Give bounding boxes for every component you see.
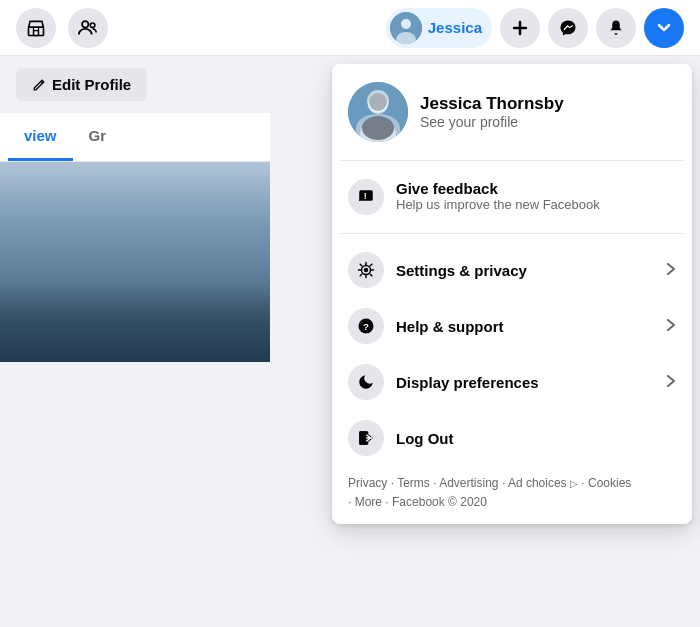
menu-item-feedback[interactable]: ! Give feedback Help us improve the new …: [340, 169, 684, 225]
feedback-subtitle: Help us improve the new Facebook: [396, 197, 676, 214]
navbar: Jessica: [0, 0, 700, 56]
footer-copyright: Facebook © 2020: [392, 495, 487, 509]
shop-icon-button[interactable]: [16, 8, 56, 48]
svg-point-3: [90, 22, 95, 27]
messenger-button[interactable]: [548, 8, 588, 48]
logout-content: Log Out: [396, 430, 676, 447]
display-title: Display preferences: [396, 374, 654, 391]
footer-terms[interactable]: Terms: [397, 476, 430, 490]
help-chevron: [666, 318, 676, 335]
display-icon: [348, 364, 384, 400]
display-chevron: [666, 374, 676, 391]
groups-icon: [77, 17, 99, 39]
navbar-right: Jessica: [386, 8, 684, 48]
feedback-title: Give feedback: [396, 180, 676, 197]
menu-footer: Privacy · Terms · Advertising · Ad choic…: [340, 466, 684, 516]
svg-point-5: [401, 19, 411, 29]
menu-item-display[interactable]: Display preferences: [340, 354, 684, 410]
profile-pill[interactable]: Jessica: [386, 8, 492, 48]
dropdown-overlay: Jessica Thornsby See your profile ! Give…: [330, 56, 700, 627]
pencil-icon: [32, 78, 46, 92]
help-title: Help & support: [396, 318, 654, 335]
divider-1: [340, 160, 684, 161]
footer-sep-4: ·: [581, 476, 588, 490]
svg-text:?: ?: [363, 321, 369, 332]
profile-pill-name: Jessica: [428, 19, 482, 36]
svg-point-11: [360, 120, 396, 142]
svg-text:!: !: [364, 191, 367, 201]
settings-chevron: [666, 262, 676, 279]
settings-title: Settings & privacy: [396, 262, 654, 279]
svg-point-10: [368, 94, 388, 114]
svg-point-2: [82, 21, 88, 27]
messenger-icon: [559, 19, 577, 37]
chevron-down-icon: [657, 21, 671, 35]
footer-advertising[interactable]: Advertising: [439, 476, 498, 490]
settings-icon: [348, 252, 384, 288]
account-dropdown-button[interactable]: [644, 8, 684, 48]
svg-point-13: [362, 116, 394, 140]
footer-more[interactable]: More: [355, 495, 382, 509]
menu-profile-avatar: [348, 82, 408, 142]
divider-2: [340, 233, 684, 234]
add-button[interactable]: [500, 8, 540, 48]
help-icon: ?: [348, 308, 384, 344]
display-content: Display preferences: [396, 374, 654, 391]
menu-profile-subtitle: See your profile: [420, 114, 676, 130]
edit-profile-button[interactable]: Edit Profile: [16, 68, 147, 101]
logout-icon: [348, 420, 384, 456]
menu-item-settings[interactable]: Settings & privacy: [340, 242, 684, 298]
svg-point-12: [369, 93, 387, 111]
notifications-button[interactable]: [596, 8, 636, 48]
svg-rect-22: [359, 431, 367, 445]
feedback-icon: !: [348, 179, 384, 215]
menu-profile-info: Jessica Thornsby See your profile: [420, 94, 676, 130]
tab-groups[interactable]: Gr: [73, 113, 123, 161]
footer-privacy[interactable]: Privacy: [348, 476, 387, 490]
menu-profile-link[interactable]: Jessica Thornsby See your profile: [340, 72, 684, 152]
navbar-left: [16, 8, 108, 48]
tab-view[interactable]: view: [8, 113, 73, 161]
menu-profile-name: Jessica Thornsby: [420, 94, 676, 114]
footer-adchoices[interactable]: Ad choices: [508, 476, 567, 490]
profile-toolbar: Edit Profile: [0, 56, 270, 113]
settings-content: Settings & privacy: [396, 262, 654, 279]
menu-item-logout[interactable]: Log Out: [340, 410, 684, 466]
adchoices-icon: ▷: [570, 478, 578, 489]
help-content: Help & support: [396, 318, 654, 335]
logout-title: Log Out: [396, 430, 676, 447]
edit-profile-label: Edit Profile: [52, 76, 131, 93]
feedback-content: Give feedback Help us improve the new Fa…: [396, 180, 676, 214]
page-body: Edit Profile view Gr: [0, 56, 700, 627]
profile-area: Edit Profile view Gr: [0, 56, 270, 627]
cover-photo: [0, 162, 270, 362]
notifications-icon: [607, 19, 625, 37]
menu-item-help[interactable]: ? Help & support: [340, 298, 684, 354]
svg-rect-0: [29, 27, 44, 35]
dropdown-menu: Jessica Thornsby See your profile ! Give…: [332, 64, 692, 524]
avatar-small: [390, 12, 422, 44]
groups-icon-button[interactable]: [68, 8, 108, 48]
footer-cookies[interactable]: Cookies: [588, 476, 631, 490]
footer-sep-5: ·: [348, 495, 355, 509]
svg-point-16: [364, 268, 369, 273]
profile-tabs: view Gr: [0, 113, 270, 162]
add-icon: [512, 20, 528, 36]
shop-icon: [26, 18, 46, 38]
